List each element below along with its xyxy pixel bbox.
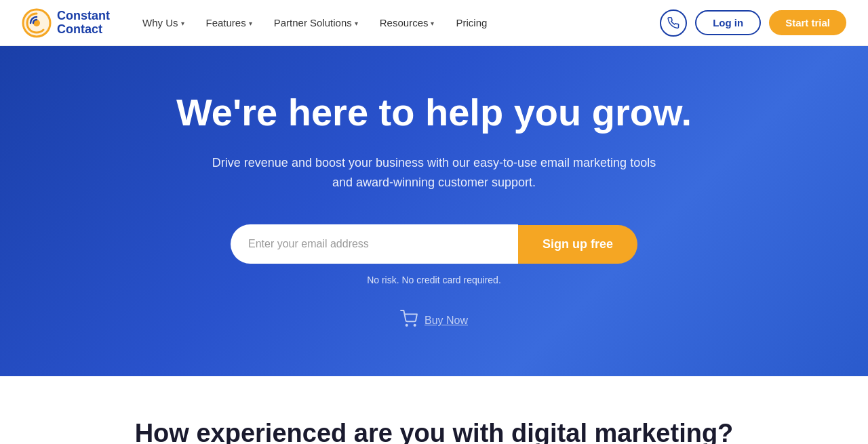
chevron-down-icon: ▾ — [355, 20, 358, 27]
svg-point-3 — [406, 325, 408, 326]
bottom-section: How experienced are you with digital mar… — [0, 376, 868, 444]
nav-item-pricing[interactable]: Pricing — [448, 12, 495, 34]
hero-form: Sign up free — [231, 224, 637, 264]
svg-point-4 — [414, 325, 416, 326]
phone-icon — [667, 17, 679, 29]
nav-item-resources[interactable]: Resources ▾ — [372, 12, 443, 34]
login-button[interactable]: Log in — [695, 10, 761, 35]
navbar: Constant Contact Why Us ▾ Features ▾ Par… — [0, 0, 868, 46]
no-risk-text: No risk. No credit card required. — [367, 275, 501, 285]
logo-icon — [22, 8, 52, 38]
nav-links: Why Us ▾ Features ▾ Partner Solutions ▾ … — [134, 12, 495, 34]
phone-button[interactable] — [660, 9, 687, 37]
cart-icon — [400, 310, 418, 331]
chevron-down-icon: ▾ — [431, 20, 434, 27]
bottom-title: How experienced are you with digital mar… — [135, 419, 734, 445]
hero-title: We're here to help you grow. — [176, 91, 692, 134]
hero-section: We're here to help you grow. Drive reven… — [0, 46, 868, 376]
email-input[interactable] — [231, 224, 518, 264]
buy-now-link[interactable]: Buy Now — [425, 315, 468, 327]
nav-item-partner-solutions[interactable]: Partner Solutions ▾ — [266, 12, 366, 34]
logo-text: Constant Contact — [57, 9, 110, 37]
start-trial-button[interactable]: Start trial — [769, 10, 846, 35]
shopping-cart-icon — [400, 310, 418, 327]
navbar-left: Constant Contact Why Us ▾ Features ▾ Par… — [22, 8, 495, 38]
chevron-down-icon: ▾ — [181, 20, 184, 27]
nav-item-why-us[interactable]: Why Us ▾ — [134, 12, 193, 34]
logo-line2: Contact — [57, 23, 110, 37]
signup-button[interactable]: Sign up free — [518, 225, 637, 264]
hero-subtitle: Drive revenue and boost your business wi… — [203, 153, 665, 193]
buy-now-container: Buy Now — [400, 310, 468, 331]
navbar-right: Log in Start trial — [660, 9, 846, 37]
logo-line1: Constant — [57, 9, 110, 23]
logo[interactable]: Constant Contact — [22, 8, 110, 38]
chevron-down-icon: ▾ — [249, 20, 252, 27]
nav-item-features[interactable]: Features ▾ — [198, 12, 260, 34]
